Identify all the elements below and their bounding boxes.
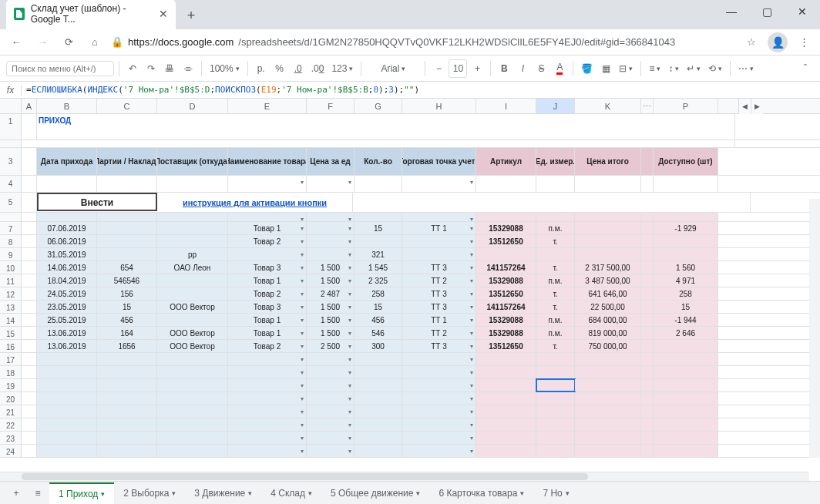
- cell[interactable]: [307, 405, 355, 418]
- profile-avatar[interactable]: 👤: [768, 32, 788, 52]
- cell[interactable]: Товар 1: [228, 327, 307, 339]
- selected-cell[interactable]: [536, 379, 575, 391]
- cell[interactable]: [641, 340, 654, 352]
- cell[interactable]: [402, 235, 476, 247]
- col-header[interactable]: J: [536, 99, 575, 113]
- cell[interactable]: [654, 366, 718, 378]
- cell[interactable]: 164: [97, 327, 157, 339]
- col-header[interactable]: G: [355, 99, 402, 113]
- cell[interactable]: [575, 213, 641, 221]
- cell[interactable]: [641, 261, 654, 274]
- input-cell[interactable]: [37, 176, 97, 192]
- cell[interactable]: [355, 235, 402, 247]
- cell[interactable]: [22, 432, 37, 444]
- fill-color-icon[interactable]: 🪣: [578, 59, 596, 78]
- row-header[interactable]: [0, 140, 22, 147]
- cell[interactable]: [575, 392, 641, 405]
- row-header[interactable]: 21: [0, 405, 22, 418]
- cell[interactable]: 321: [355, 248, 402, 260]
- cell[interactable]: [641, 445, 654, 457]
- row-header[interactable]: 13: [0, 301, 22, 313]
- col-header[interactable]: P: [654, 99, 718, 113]
- cell[interactable]: [641, 176, 654, 192]
- cell[interactable]: ТТ 3: [402, 287, 476, 300]
- col-header[interactable]: D: [157, 99, 228, 113]
- borders-icon[interactable]: ▦: [597, 59, 614, 78]
- cell[interactable]: [22, 114, 37, 139]
- cell[interactable]: Товар 3: [228, 301, 307, 313]
- cell[interactable]: -1 944: [654, 314, 718, 326]
- scroll-right-icon[interactable]: ▶: [751, 99, 763, 114]
- cell[interactable]: [22, 340, 37, 352]
- cell[interactable]: [157, 287, 228, 300]
- wrap-icon[interactable]: ↵: [684, 59, 704, 78]
- cell[interactable]: 15: [97, 301, 157, 313]
- percent-button[interactable]: %: [271, 59, 288, 78]
- cell[interactable]: [22, 418, 37, 431]
- row-header[interactable]: 18: [0, 366, 22, 378]
- cell[interactable]: [97, 432, 157, 444]
- rotate-icon[interactable]: ⟲: [705, 59, 725, 78]
- cell[interactable]: 06.06.2019: [37, 235, 97, 247]
- cell[interactable]: 22 500,00: [575, 301, 641, 313]
- cell[interactable]: ТТ 3: [402, 261, 476, 274]
- cell[interactable]: 15: [355, 222, 402, 234]
- cell[interactable]: [654, 445, 718, 457]
- cell[interactable]: 3 487 500,00: [575, 274, 641, 287]
- cell[interactable]: [575, 235, 641, 247]
- cell[interactable]: [22, 213, 37, 221]
- nav-reload-icon[interactable]: ⟳: [59, 32, 79, 52]
- cell[interactable]: [307, 248, 355, 260]
- cell[interactable]: [575, 366, 641, 378]
- cell[interactable]: [228, 248, 307, 260]
- cell[interactable]: [307, 432, 355, 444]
- cell[interactable]: [97, 366, 157, 378]
- window-close-icon[interactable]: ✕: [785, 0, 820, 23]
- cell[interactable]: Товар 3: [228, 261, 307, 274]
- toolbar-more-icon[interactable]: ⋯: [735, 59, 757, 78]
- col-header[interactable]: K: [575, 99, 641, 113]
- cell[interactable]: 1 500: [307, 327, 355, 339]
- cell[interactable]: ООО Вектор: [157, 340, 228, 352]
- sheet-tab[interactable]: 3 Движение ▾: [185, 482, 261, 504]
- chevron-down-icon[interactable]: ▾: [566, 489, 570, 497]
- cell[interactable]: [641, 235, 654, 247]
- window-minimize-icon[interactable]: —: [714, 0, 749, 23]
- cell[interactable]: Товар 2: [228, 340, 307, 352]
- cell[interactable]: [22, 248, 37, 260]
- cell[interactable]: [641, 222, 654, 234]
- cell[interactable]: [402, 248, 476, 260]
- cell[interactable]: 819 000,00: [575, 327, 641, 339]
- cell[interactable]: ТТ 2: [402, 327, 476, 339]
- input-cell[interactable]: [157, 176, 228, 192]
- strike-icon[interactable]: S: [533, 59, 549, 78]
- nav-back-icon[interactable]: ←: [6, 32, 26, 52]
- window-maximize-icon[interactable]: ▢: [749, 0, 785, 23]
- cell[interactable]: 1 500: [307, 314, 355, 326]
- input-cell[interactable]: [97, 176, 157, 192]
- input-cell[interactable]: [307, 176, 355, 192]
- cell[interactable]: 24.05.2019: [37, 287, 97, 300]
- cell[interactable]: [641, 327, 654, 339]
- cell[interactable]: Товар 2: [228, 287, 307, 300]
- cell[interactable]: [228, 392, 307, 405]
- row-header[interactable]: 5: [0, 193, 22, 212]
- number-format-select[interactable]: 123: [328, 59, 356, 78]
- cell[interactable]: [22, 261, 37, 274]
- cell[interactable]: [157, 213, 228, 221]
- cell[interactable]: [654, 353, 718, 365]
- cell[interactable]: [97, 405, 157, 418]
- cell[interactable]: 15329088: [476, 274, 536, 287]
- cell[interactable]: п.м.: [536, 222, 575, 234]
- increase-decimal-icon[interactable]: .00: [308, 59, 328, 78]
- cell[interactable]: 1 560: [654, 261, 718, 274]
- cell[interactable]: [307, 418, 355, 431]
- col-header[interactable]: C: [97, 99, 157, 113]
- cell[interactable]: 13512650: [476, 340, 536, 352]
- cell[interactable]: 258: [355, 287, 402, 300]
- cell[interactable]: [402, 445, 476, 457]
- cell[interactable]: 15: [654, 301, 718, 313]
- cell[interactable]: [641, 301, 654, 313]
- cell[interactable]: 300: [355, 340, 402, 352]
- bold-icon[interactable]: B: [496, 59, 512, 78]
